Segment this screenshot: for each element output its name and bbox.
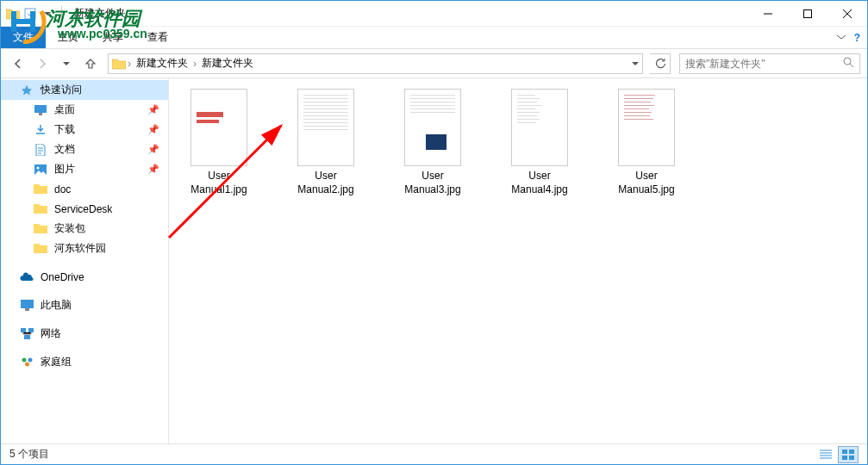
svg-rect-8 bbox=[39, 113, 42, 115]
thumbnails-view-button[interactable] bbox=[838, 446, 859, 463]
status-bar: 5 个项目 bbox=[1, 443, 867, 464]
help-icon[interactable]: ? bbox=[854, 32, 860, 44]
file-list-pane[interactable]: User Manual1.jpg User Manual2.jpg User M… bbox=[169, 78, 867, 443]
navigation-pane: 快速访问 桌面 📌 下载 📌 文档 📌 图片 📌 doc Servi bbox=[1, 78, 169, 443]
window-title: 新建文件夹 bbox=[74, 6, 126, 21]
folder-icon bbox=[34, 222, 47, 236]
thumbnail bbox=[511, 89, 568, 166]
file-item[interactable]: User Manual2.jpg bbox=[284, 85, 367, 200]
tab-file[interactable]: 文件 bbox=[1, 27, 46, 48]
close-button[interactable] bbox=[827, 1, 867, 27]
forward-button[interactable] bbox=[32, 53, 53, 74]
address-bar[interactable]: › 新建文件夹 › 新建文件夹 bbox=[108, 53, 643, 74]
tab-view[interactable]: 查看 bbox=[135, 27, 180, 48]
sidebar-folder-servicedesk[interactable]: ServiceDesk bbox=[1, 199, 168, 219]
tab-home[interactable]: 主页 bbox=[46, 27, 91, 48]
onedrive-icon bbox=[20, 270, 34, 284]
qa-properties-icon[interactable] bbox=[23, 7, 37, 21]
navigation-bar: › 新建文件夹 › 新建文件夹 bbox=[1, 49, 867, 78]
minimize-button[interactable] bbox=[748, 1, 788, 27]
svg-point-17 bbox=[28, 358, 32, 363]
sidebar-folder-install[interactable]: 安装包 bbox=[1, 219, 168, 239]
network-icon bbox=[20, 327, 34, 341]
sidebar-folder-doc[interactable]: doc bbox=[1, 179, 168, 199]
folder-icon bbox=[6, 7, 20, 21]
sidebar-documents[interactable]: 文档 📌 bbox=[1, 140, 168, 159]
ribbon-tabs: 文件 主页 共享 查看 ? bbox=[1, 27, 867, 49]
file-item[interactable]: User Manual1.jpg bbox=[178, 85, 260, 200]
sidebar-folder-hedong[interactable]: 河东软件园 bbox=[1, 239, 168, 258]
file-item[interactable]: User Manual4.jpg bbox=[498, 85, 581, 200]
search-box[interactable] bbox=[679, 53, 860, 74]
thumbnail bbox=[297, 89, 354, 166]
pictures-icon bbox=[34, 163, 47, 177]
homegroup-icon bbox=[20, 356, 34, 369]
svg-point-10 bbox=[37, 166, 40, 169]
sidebar-onedrive[interactable]: OneDrive bbox=[1, 267, 168, 287]
sidebar-quick-access[interactable]: 快速访问 bbox=[1, 80, 168, 100]
pin-icon: 📌 bbox=[147, 164, 159, 175]
file-name: User Manual5.jpg bbox=[609, 170, 684, 196]
svg-rect-13 bbox=[21, 328, 26, 332]
pin-icon: 📌 bbox=[147, 124, 159, 135]
file-name: User Manual1.jpg bbox=[181, 170, 257, 196]
documents-icon bbox=[34, 143, 47, 157]
maximize-button[interactable] bbox=[788, 1, 827, 27]
svg-rect-22 bbox=[842, 456, 847, 460]
sidebar-network[interactable]: 网络 bbox=[1, 324, 168, 344]
svg-point-18 bbox=[25, 363, 29, 367]
downloads-icon bbox=[34, 123, 47, 137]
file-name: User Manual2.jpg bbox=[288, 170, 364, 196]
svg-rect-7 bbox=[34, 105, 47, 113]
sidebar-desktop[interactable]: 桌面 📌 bbox=[1, 100, 168, 120]
pc-icon bbox=[20, 299, 34, 313]
svg-point-6 bbox=[844, 58, 851, 65]
sidebar-homegroup[interactable]: 家庭组 bbox=[1, 352, 168, 372]
folder-icon bbox=[34, 183, 47, 196]
sidebar-pictures[interactable]: 图片 📌 bbox=[1, 159, 168, 179]
title-bar: 新建文件夹 bbox=[1, 1, 867, 27]
svg-point-16 bbox=[22, 358, 26, 363]
svg-rect-14 bbox=[28, 328, 34, 332]
search-icon[interactable] bbox=[842, 56, 854, 71]
search-input[interactable] bbox=[685, 58, 842, 70]
item-count: 5 个项目 bbox=[9, 447, 49, 462]
file-item[interactable]: User Manual5.jpg bbox=[605, 85, 688, 200]
svg-rect-11 bbox=[21, 300, 34, 308]
crumb-0[interactable]: 新建文件夹 bbox=[133, 56, 191, 71]
star-icon bbox=[20, 84, 34, 97]
file-name: User Manual4.jpg bbox=[502, 170, 578, 196]
pin-icon: 📌 bbox=[147, 144, 159, 155]
file-name: User Manual3.jpg bbox=[395, 170, 471, 196]
svg-rect-4 bbox=[25, 9, 35, 19]
refresh-button[interactable] bbox=[650, 53, 671, 74]
thumbnail bbox=[190, 89, 247, 166]
details-view-button[interactable] bbox=[815, 446, 836, 463]
back-button[interactable] bbox=[8, 53, 28, 74]
up-button[interactable] bbox=[80, 53, 101, 74]
svg-rect-12 bbox=[25, 308, 29, 311]
svg-rect-5 bbox=[804, 9, 812, 17]
desktop-icon bbox=[34, 103, 47, 117]
folder-icon bbox=[34, 242, 47, 256]
sidebar-downloads[interactable]: 下载 📌 bbox=[1, 120, 168, 140]
thumbnail bbox=[404, 89, 461, 166]
svg-rect-20 bbox=[842, 450, 847, 454]
file-item[interactable]: User Manual3.jpg bbox=[391, 85, 474, 200]
pin-icon: 📌 bbox=[147, 104, 159, 115]
thumbnail bbox=[618, 89, 675, 166]
svg-rect-15 bbox=[24, 335, 30, 339]
svg-rect-21 bbox=[849, 450, 854, 454]
sidebar-thispc[interactable]: 此电脑 bbox=[1, 295, 168, 315]
tab-share[interactable]: 共享 bbox=[91, 27, 135, 48]
crumb-1[interactable]: 新建文件夹 bbox=[198, 56, 257, 71]
recent-dropdown[interactable] bbox=[56, 53, 77, 74]
folder-icon bbox=[34, 202, 47, 216]
ribbon-expand-icon[interactable] bbox=[837, 32, 846, 44]
address-dropdown-icon[interactable] bbox=[632, 58, 639, 70]
svg-rect-23 bbox=[849, 456, 854, 460]
qa-dropdown-icon[interactable] bbox=[41, 7, 54, 21]
